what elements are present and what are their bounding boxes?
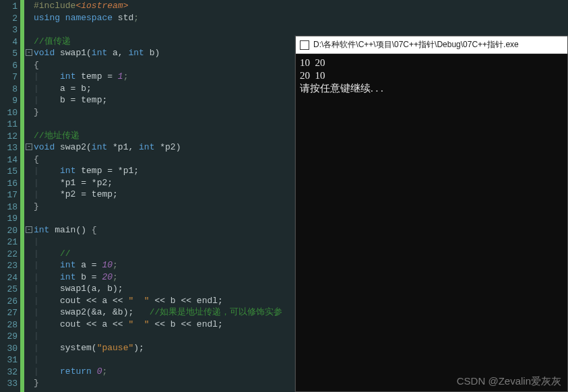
pad	[92, 366, 97, 377]
identifier: std	[118, 13, 133, 23]
keyword: void	[34, 48, 55, 58]
number: 20	[102, 272, 113, 282]
line-number: 11	[0, 119, 20, 131]
comment: //如果是地址传递，可以修饰实参	[133, 307, 282, 317]
line-number: 25	[0, 284, 20, 296]
include-target: <iostream>	[75, 1, 128, 11]
brace: {	[92, 225, 97, 235]
keyword: int	[34, 225, 49, 235]
code-text: cout << a <<	[39, 296, 129, 306]
line-number: 6	[0, 60, 20, 72]
code-text: temp = *p1;	[75, 166, 139, 176]
line-number: 3	[0, 24, 20, 36]
param: b)	[144, 48, 160, 58]
line-number: 17	[0, 189, 20, 201]
line-number: 21	[0, 236, 20, 249]
line-number: 24	[0, 272, 20, 284]
keyword: int	[60, 260, 75, 270]
code-text: a =	[75, 260, 102, 270]
console-line: 10 20	[300, 57, 325, 68]
keyword: int	[60, 272, 75, 282]
brace: }	[34, 107, 39, 117]
line-number: 15	[0, 166, 20, 178]
code-text: << b << endl;	[150, 319, 223, 329]
code-text: *p2 = temp;	[39, 189, 118, 199]
fold-gutter: - - -	[24, 0, 34, 392]
number: 1	[118, 71, 123, 81]
param: a,	[107, 48, 128, 58]
brace: {	[34, 60, 39, 70]
code-line[interactable]: #include<iostream>	[34, 0, 568, 12]
line-number: 10	[0, 107, 20, 119]
comment: //值传递	[34, 36, 71, 46]
code-line[interactable]	[34, 24, 568, 36]
punct: ;	[113, 272, 118, 282]
fn-decl: main()	[49, 225, 91, 235]
console-line: 20 10	[300, 70, 325, 81]
string: " "	[128, 296, 149, 306]
pad	[39, 71, 60, 81]
line-number: 12	[0, 131, 20, 143]
keyword: using	[34, 13, 60, 23]
line-number: 8	[0, 84, 20, 96]
fold-toggle-icon[interactable]: -	[26, 226, 32, 233]
line-number: 31	[0, 354, 20, 366]
code-text: a = b;	[39, 84, 92, 94]
brace: {	[34, 154, 39, 164]
line-number-gutter: 1 2 3 4 5 6 7 8 9 10 11 12 13 14 15 16 1…	[0, 0, 20, 392]
comment: //	[39, 249, 71, 259]
line-number: 27	[0, 307, 20, 319]
line-number: 16	[0, 178, 20, 190]
line-number: 5	[0, 48, 20, 60]
keyword: int	[60, 71, 75, 81]
keyword: void	[34, 142, 55, 152]
line-number: 18	[0, 201, 20, 214]
preproc: #include	[34, 1, 75, 11]
line-number: 26	[0, 296, 20, 308]
line-number: 33	[0, 378, 20, 390]
keyword: int	[128, 48, 144, 58]
comment: //地址传递	[34, 131, 80, 141]
line-number: 32	[0, 366, 20, 379]
line-number: 22	[0, 249, 20, 261]
brace: }	[34, 201, 39, 211]
punct: ;	[113, 260, 118, 270]
code-text: b = temp;	[39, 95, 107, 105]
line-number: 4	[0, 36, 20, 48]
punct: ;	[123, 71, 129, 81]
app-icon	[300, 40, 309, 50]
code-text: system(	[39, 343, 97, 353]
keyword: return	[60, 366, 92, 377]
fold-toggle-icon[interactable]: -	[26, 49, 32, 56]
console-output: 10 20 20 10 请按任意键继续. . .	[296, 54, 567, 98]
pad	[39, 366, 60, 377]
keyword: namespace	[65, 13, 113, 23]
fold-toggle-icon[interactable]: -	[26, 143, 32, 150]
line-number: 1	[0, 1, 20, 13]
line-number: 13	[0, 142, 20, 154]
console-window[interactable]: D:\各种软件\C++\项目\07C++指针\Debug\07C++指针.exe…	[295, 36, 568, 392]
code-text: *p1 = *p2;	[39, 178, 113, 188]
line-number: 23	[0, 260, 20, 272]
line-number: 28	[0, 319, 20, 331]
code-text: cout << a <<	[39, 319, 129, 329]
fn-decl: swap1(	[55, 48, 92, 58]
console-title-bar[interactable]: D:\各种软件\C++\项目\07C++指针\Debug\07C++指针.exe	[296, 36, 567, 54]
code-text: );	[133, 343, 144, 353]
code-line[interactable]: using namespace std;	[34, 12, 568, 24]
pad	[39, 272, 60, 282]
code-text: swap2(&a, &b);	[39, 307, 133, 317]
punct: ;	[133, 13, 139, 23]
line-number: 2	[0, 13, 20, 25]
keyword: int	[92, 48, 107, 58]
line-number: 20	[0, 225, 20, 237]
line-number: 7	[0, 71, 20, 84]
code-text: temp =	[75, 71, 117, 81]
number: 10	[102, 260, 113, 270]
code-text: swap1(a, b);	[39, 284, 123, 294]
keyword: int	[92, 142, 107, 152]
pad	[39, 260, 60, 270]
brace: }	[34, 378, 39, 388]
console-title-text: D:\各种软件\C++\项目\07C++指针\Debug\07C++指针.exe	[313, 39, 519, 51]
line-number: 29	[0, 331, 20, 343]
